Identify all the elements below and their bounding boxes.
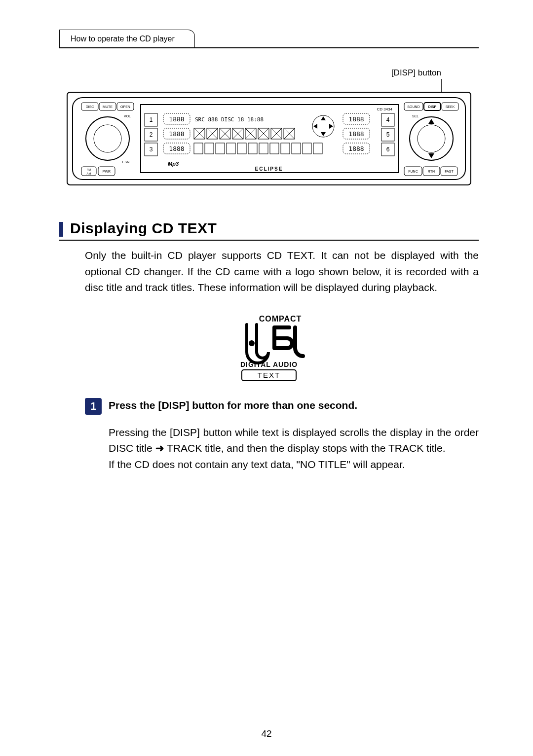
section-heading: Displaying CD TEXT [59, 220, 479, 241]
svg-rect-66 [259, 143, 268, 154]
svg-text:1888: 1888 [169, 130, 184, 138]
svg-rect-67 [270, 143, 279, 154]
btn-mute[interactable]: MUTE [103, 105, 113, 108]
step-title: Press the [DISP] button for more than on… [109, 399, 357, 411]
heading-accent-bar [59, 222, 63, 237]
svg-rect-62 [216, 143, 225, 154]
svg-rect-69 [292, 143, 301, 154]
step-number-badge: 1 [85, 398, 102, 415]
svg-text:1888: 1888 [348, 115, 364, 123]
preset-3[interactable]: 3 [150, 146, 153, 153]
svg-text:1888: 1888 [348, 145, 364, 152]
label-sel: SEL [412, 114, 419, 118]
callout-leader [59, 79, 479, 92]
label-esn: ESN [122, 160, 129, 164]
svg-text:1888: 1888 [169, 115, 184, 123]
svg-text:1888: 1888 [348, 130, 364, 138]
svg-rect-64 [237, 143, 246, 154]
svg-point-14 [418, 125, 445, 152]
model-label: CD 3434 [377, 107, 392, 111]
btn-sound[interactable]: SOUND [407, 105, 419, 108]
preset-6[interactable]: 6 [386, 146, 390, 153]
intro-paragraph: Only the built-in CD player supports CD … [85, 248, 479, 296]
preset-4[interactable]: 4 [386, 116, 390, 123]
btn-func[interactable]: FUNC [408, 170, 418, 173]
svg-rect-70 [303, 143, 311, 154]
step-body-c: If the CD does not contain any text data… [109, 459, 405, 470]
svg-text:SRC 888 DISC 18 18:88: SRC 888 DISC 18 18:88 [195, 116, 264, 123]
logo-text: TEXT [258, 371, 280, 379]
logo-digital-audio: DIGITAL AUDIO [240, 360, 298, 368]
disp-callout-text: [DISP] button [391, 68, 441, 77]
svg-rect-63 [227, 143, 235, 154]
brand-label: ECLIPSE [255, 166, 283, 172]
btn-seek[interactable]: SEEK [446, 105, 455, 108]
arrow-icon: ➜ [155, 442, 164, 454]
label-vol: VOL [124, 114, 131, 118]
cd-text-logo: COMPACT DIGITAL AUDIO TEXT [59, 314, 479, 385]
device-diagram-area: [DISP] button DISC MUTE OPEN VOL ESN FM … [59, 68, 479, 185]
btn-open[interactable]: OPEN [120, 105, 130, 108]
step-1-row: 1 Press the [DISP] button for more than … [85, 399, 479, 415]
logo-compact: COMPACT [259, 315, 302, 323]
header-row: How to operate the CD player [59, 30, 479, 48]
svg-rect-61 [205, 143, 214, 154]
btn-pwr[interactable]: PWR [103, 170, 111, 173]
header-chip: How to operate the CD player [59, 30, 195, 47]
svg-point-75 [249, 340, 255, 346]
step-number: 1 [90, 400, 96, 413]
btn-disp[interactable]: DISP [428, 105, 437, 108]
btn-rtn[interactable]: RTN [428, 170, 435, 173]
mp3-label: Mp3 [168, 161, 179, 167]
preset-2[interactable]: 2 [150, 131, 153, 138]
header-label: How to operate the CD player [71, 35, 175, 43]
car-stereo-illustration: DISC MUTE OPEN VOL ESN FM AM PWR SOUND D… [67, 92, 471, 185]
page-number: 42 [0, 728, 533, 739]
page: How to operate the CD player [DISP] butt… [0, 0, 533, 756]
btn-am[interactable]: AM [87, 172, 91, 175]
svg-rect-71 [313, 143, 322, 154]
preset-5[interactable]: 5 [386, 131, 390, 138]
step-body: Pressing the [DISP] button while text is… [109, 425, 479, 473]
svg-rect-68 [281, 143, 290, 154]
btn-fast[interactable]: FAST [445, 170, 454, 173]
svg-rect-65 [248, 143, 257, 154]
preset-right: 4 5 6 [381, 113, 394, 156]
btn-disc[interactable]: DISC [86, 105, 94, 108]
step-body-b: TRACK title, and then the display stops … [164, 442, 446, 454]
svg-text:1888: 1888 [169, 145, 184, 152]
disp-callout: [DISP] button [59, 68, 441, 78]
svg-point-7 [94, 125, 121, 152]
section-title: Displaying CD TEXT [70, 220, 217, 237]
preset-left: 1 2 3 [145, 113, 157, 156]
svg-rect-60 [194, 143, 203, 154]
preset-1[interactable]: 1 [150, 116, 153, 123]
btn-fm[interactable]: FM [87, 168, 91, 171]
